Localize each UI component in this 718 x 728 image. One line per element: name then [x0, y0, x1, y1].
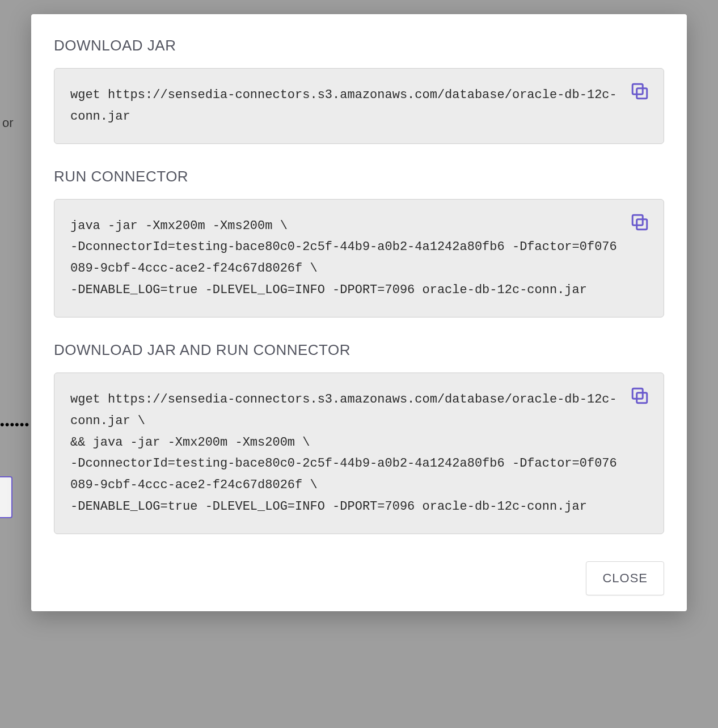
- copy-button-run[interactable]: [628, 211, 651, 234]
- download-and-run-code: wget https://sensedia-connectors.s3.amaz…: [70, 389, 624, 518]
- download-and-run-title: DOWNLOAD JAR AND RUN CONNECTOR: [54, 341, 664, 359]
- copy-icon: [630, 399, 650, 408]
- copy-button-download-run[interactable]: [628, 384, 651, 407]
- run-connector-title: RUN CONNECTOR: [54, 168, 664, 185]
- download-jar-code: wget https://sensedia-connectors.s3.amaz…: [70, 84, 624, 128]
- background-text-fragment: or: [0, 113, 16, 133]
- run-connector-section: RUN CONNECTOR java -jar -Xmx200m -Xms200…: [54, 168, 664, 318]
- download-jar-codebox: wget https://sensedia-connectors.s3.amaz…: [54, 68, 664, 144]
- modal-footer: CLOSE: [54, 561, 664, 595]
- copy-button-download[interactable]: [628, 80, 651, 103]
- background-button-fragment: [0, 476, 12, 518]
- download-jar-title: DOWNLOAD JAR: [54, 37, 664, 54]
- download-jar-section: DOWNLOAD JAR wget https://sensedia-conne…: [54, 37, 664, 144]
- download-and-run-section: DOWNLOAD JAR AND RUN CONNECTOR wget http…: [54, 341, 664, 534]
- run-connector-code: java -jar -Xmx200m -Xms200m \ -Dconnecto…: [70, 215, 624, 301]
- commands-modal: DOWNLOAD JAR wget https://sensedia-conne…: [31, 14, 687, 611]
- copy-icon: [630, 226, 650, 234]
- close-button[interactable]: CLOSE: [586, 561, 664, 595]
- run-connector-codebox: java -jar -Xmx200m -Xms200m \ -Dconnecto…: [54, 199, 664, 318]
- download-and-run-codebox: wget https://sensedia-connectors.s3.amaz…: [54, 373, 664, 534]
- copy-icon: [630, 95, 650, 103]
- background-password-dots: ••••••: [0, 417, 31, 430]
